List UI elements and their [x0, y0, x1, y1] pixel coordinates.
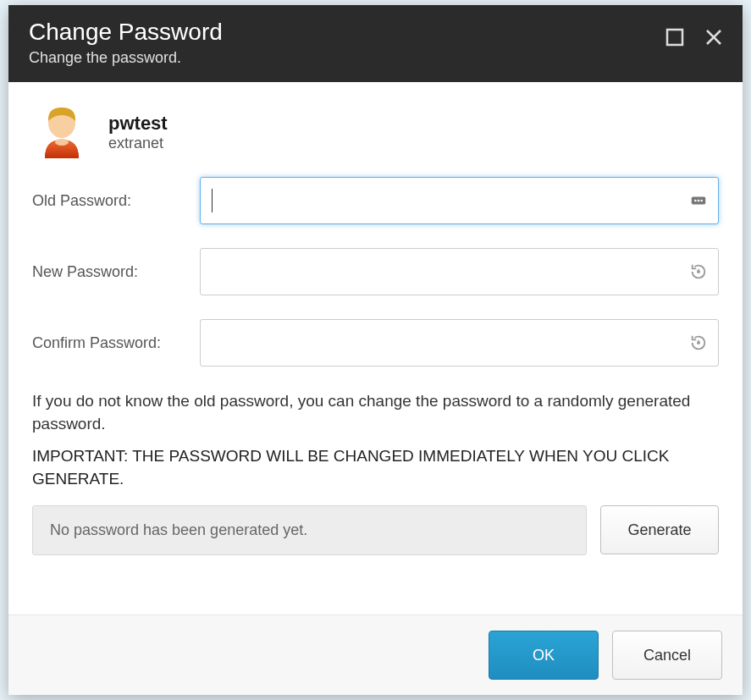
old-password-input[interactable]: [200, 177, 719, 224]
new-password-input[interactable]: [200, 248, 719, 295]
user-avatar-icon: [32, 102, 91, 162]
user-summary: pwtest extranet: [32, 102, 719, 162]
svg-rect-0: [667, 30, 682, 45]
password-generate-icon[interactable]: [688, 333, 709, 353]
generate-row: No password has been generated yet. Gene…: [32, 505, 719, 555]
cancel-button[interactable]: Cancel: [612, 631, 722, 680]
user-name: pwtest: [108, 113, 168, 135]
text-caret: [212, 189, 213, 212]
svg-point-7: [694, 200, 697, 202]
new-password-label: New Password:: [32, 263, 200, 281]
dialog-footer: OK Cancel: [8, 615, 743, 695]
confirm-password-label: Confirm Password:: [32, 334, 200, 352]
password-generate-icon[interactable]: [688, 262, 709, 282]
dialog-title: Change Password: [29, 19, 722, 46]
generate-help-text: If you do not know the old password, you…: [32, 390, 719, 435]
new-password-input-wrap: [200, 248, 719, 295]
old-password-row: Old Password:: [32, 177, 719, 224]
password-reveal-icon[interactable]: [688, 190, 709, 211]
maximize-icon[interactable]: [663, 25, 687, 49]
svg-point-9: [700, 200, 703, 202]
dialog-subtitle: Change the password.: [29, 49, 722, 67]
change-password-dialog: Change Password Change the password.: [8, 5, 743, 695]
confirm-password-input-wrap: [200, 319, 719, 367]
svg-point-8: [698, 200, 700, 202]
dialog-header: Change Password Change the password.: [8, 5, 743, 82]
confirm-password-input[interactable]: [200, 319, 719, 367]
ok-button[interactable]: OK: [489, 631, 599, 680]
user-text: pwtest extranet: [108, 113, 168, 152]
old-password-label: Old Password:: [32, 192, 200, 210]
old-password-input-wrap: [200, 177, 719, 224]
generate-status: No password has been generated yet.: [32, 505, 587, 555]
new-password-row: New Password:: [32, 248, 719, 295]
user-domain: extranet: [108, 135, 168, 152]
generate-button[interactable]: Generate: [600, 505, 719, 554]
dialog-body: pwtest extranet Old Password: New Passwo…: [8, 82, 743, 615]
close-icon[interactable]: [702, 25, 726, 49]
svg-point-4: [55, 139, 69, 146]
dialog-header-controls: [663, 25, 726, 49]
svg-rect-11: [698, 269, 699, 272]
generate-warning-text: IMPORTANT: THE PASSWORD WILL BE CHANGED …: [32, 445, 719, 490]
confirm-password-row: Confirm Password:: [32, 319, 719, 367]
svg-rect-13: [698, 340, 699, 343]
